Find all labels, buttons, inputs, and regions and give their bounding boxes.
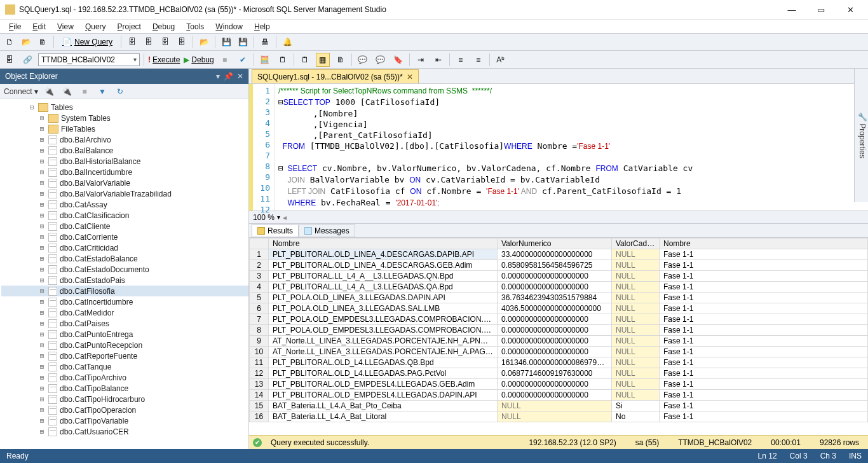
tree-item[interactable]: ⊞dbo.CatAssay xyxy=(1,199,248,210)
window-buttons: — ▭ ✕ xyxy=(783,5,863,15)
tree-item[interactable]: ⊞dbo.BalArchivo xyxy=(1,134,248,145)
tree-item[interactable]: ⊞dbo.CatTipoHidrocarburo xyxy=(1,394,248,404)
est-plan-icon[interactable]: 🧮 xyxy=(258,53,272,67)
close-tab-icon[interactable]: ✕ xyxy=(407,73,413,81)
execute-button[interactable]: ! Execute xyxy=(148,55,180,64)
plug-icon[interactable]: 🔌 xyxy=(42,85,56,99)
tree-item[interactable]: ⊞System Tables xyxy=(1,113,248,123)
tab-results[interactable]: Results xyxy=(252,225,299,237)
tree-item[interactable]: ⊞dbo.CatEstadoBalance xyxy=(1,253,248,264)
filter-icon[interactable]: ▼ xyxy=(95,85,109,99)
status-ln: Ln 12 xyxy=(758,452,777,460)
query-status-bar: ✔ Query executed successfully. 192.168.5… xyxy=(249,435,868,449)
tree-item[interactable]: ⊞FileTables xyxy=(1,123,248,134)
dropdown-icon[interactable]: ▾ xyxy=(216,72,220,81)
tree-item[interactable]: ⊞dbo.CatTipoVariable xyxy=(1,415,248,426)
editor-pane: SQLQuery1.sql - 19...CBalOlV02 (sa (55))… xyxy=(249,69,868,449)
menu-edit[interactable]: Edit xyxy=(27,21,51,32)
menu-debug[interactable]: Debug xyxy=(147,21,180,32)
code-text[interactable]: /****** Script for SelectTopNRows comman… xyxy=(275,84,868,211)
menu-tools[interactable]: Tools xyxy=(181,21,209,32)
debug-button[interactable]: ▶ Debug xyxy=(184,55,214,64)
to-grid-icon[interactable]: ▦ xyxy=(316,53,330,67)
tab-sqlquery1[interactable]: SQLQuery1.sql - 19...CBalOlV02 (sa (55))… xyxy=(252,69,419,83)
stop-icon[interactable]: ■ xyxy=(218,53,232,67)
tree-item[interactable]: ⊞dbo.CatTipoArchivo xyxy=(1,372,248,383)
tree-item[interactable]: ⊞dbo.CatPaises xyxy=(1,318,248,329)
tree-item[interactable]: ⊞dbo.CatPuntoRecepcion xyxy=(1,340,248,350)
tree-item[interactable]: ⊞dbo.CatCorriente xyxy=(1,232,248,242)
menu-window[interactable]: Window xyxy=(210,21,248,32)
stop2-icon[interactable]: ■ xyxy=(78,85,92,99)
tree-item[interactable]: ⊞dbo.BalBalance xyxy=(1,145,248,156)
open-file-icon[interactable]: 📂 xyxy=(197,35,211,49)
add-file-icon[interactable]: 🗎 xyxy=(36,35,50,49)
activity-icon[interactable]: 🔔 xyxy=(280,35,294,49)
menu-view[interactable]: View xyxy=(52,21,79,32)
tree-item[interactable]: ⊞dbo.CatUsuarioCER xyxy=(1,426,248,437)
results-grid[interactable]: NombreValorNumericoValorCade...Nombre1PL… xyxy=(249,238,868,435)
bookmark-icon[interactable]: 🔖 xyxy=(391,53,405,67)
menu-query[interactable]: Query xyxy=(80,21,111,32)
tree-item[interactable]: ⊞dbo.BalHistorialBalance xyxy=(1,156,248,167)
disconnect-icon[interactable]: 🔌 xyxy=(60,85,74,99)
parse-icon[interactable]: ✔ xyxy=(236,53,250,67)
case-icon[interactable]: Aᵇ xyxy=(494,53,508,67)
indent-icon[interactable]: ⇥ xyxy=(414,53,428,67)
tree-item[interactable]: ⊞dbo.CatReporteFuente xyxy=(1,350,248,361)
outdent-icon[interactable]: ⇤ xyxy=(431,53,445,67)
print-icon[interactable]: 🖶 xyxy=(258,35,272,49)
tree-item[interactable]: ⊞dbo.CatMedidor xyxy=(1,307,248,318)
tree-item[interactable]: ⊞dbo.CatCliente xyxy=(1,221,248,232)
object-tree[interactable]: ⊟Tables⊞System Tables⊞FileTables⊞dbo.Bal… xyxy=(0,99,248,449)
tree-item[interactable]: ⊞dbo.CatEstadoPais xyxy=(1,275,248,286)
minimize-button[interactable]: — xyxy=(783,5,801,15)
tree-item[interactable]: ⊞dbo.CatTipoOperacion xyxy=(1,404,248,415)
to-file-icon[interactable]: 🗎 xyxy=(334,53,348,67)
properties-pane-tab[interactable]: 🔧 Properties xyxy=(854,69,868,202)
tree-item[interactable]: ⊞dbo.CatIncertidumbre xyxy=(1,296,248,307)
connect-button[interactable]: Connect ▾ xyxy=(4,87,38,96)
menu-project[interactable]: Project xyxy=(112,21,146,32)
database-combo[interactable]: TTMDB_HCBalOlV02 ▾ xyxy=(38,53,140,66)
tree-item[interactable]: ⊞dbo.CatClasificacion xyxy=(1,210,248,221)
tree-item[interactable]: ⊟Tables xyxy=(1,102,248,113)
specify2-icon[interactable]: ≡ xyxy=(471,53,485,67)
open-icon[interactable]: 📂 xyxy=(19,35,33,49)
db4-icon[interactable]: 🗄 xyxy=(175,35,189,49)
comment-icon[interactable]: 💬 xyxy=(356,53,370,67)
code-editor[interactable]: 123456789101112 /****** Script for Selec… xyxy=(249,84,868,211)
tree-item[interactable]: ⊞dbo.CatPuntoEntrega xyxy=(1,329,248,340)
tree-item[interactable]: ⊞dbo.BalValorVariable xyxy=(1,177,248,188)
tree-item[interactable]: ⊞dbo.CatTanque xyxy=(1,361,248,372)
line-gutter: 123456789101112 xyxy=(253,84,275,211)
tree-item[interactable]: ⊞dbo.BalValorVariableTrazabilidad xyxy=(1,188,248,199)
close-pane-icon[interactable]: ✕ xyxy=(237,72,243,81)
new-project-icon[interactable]: 🗋 xyxy=(3,35,17,49)
tree-item[interactable]: ⊞dbo.CatFilosofia xyxy=(1,286,248,296)
maximize-button[interactable]: ▭ xyxy=(812,5,830,15)
tab-messages[interactable]: Messages xyxy=(299,225,355,237)
tree-item[interactable]: ⊞dbo.CatCriticidad xyxy=(1,242,248,253)
zoom-caret-icon[interactable]: ▾ xyxy=(277,214,280,221)
use-db-icon[interactable]: 🗄 xyxy=(3,53,17,67)
menu-file[interactable]: File xyxy=(4,21,26,32)
to-text-icon[interactable]: 🗒 xyxy=(298,53,312,67)
opts-icon[interactable]: 🗒 xyxy=(276,53,290,67)
uncomment-icon[interactable]: 💬 xyxy=(374,53,388,67)
db2-icon[interactable]: 🗄 xyxy=(142,35,156,49)
pin-icon[interactable]: 📌 xyxy=(224,72,233,81)
specify-icon[interactable]: ≡ xyxy=(454,53,468,67)
tree-item[interactable]: ⊞dbo.BalIncertidumbre xyxy=(1,167,248,177)
tree-item[interactable]: ⊞dbo.CatEstadoDocumento xyxy=(1,264,248,275)
tree-item[interactable]: ⊞dbo.CatTipoBalance xyxy=(1,383,248,394)
save-all-icon[interactable]: 💾 xyxy=(236,35,250,49)
menu-help[interactable]: Help xyxy=(249,21,275,32)
close-button[interactable]: ✕ xyxy=(841,5,859,15)
new-query-button[interactable]: 📄 New Query xyxy=(58,35,117,49)
db-icon[interactable]: 🗄 xyxy=(125,35,139,49)
refresh-icon[interactable]: ↻ xyxy=(113,85,127,99)
change-conn-icon[interactable]: 🔗 xyxy=(20,53,34,67)
save-icon[interactable]: 💾 xyxy=(219,35,233,49)
db3-icon[interactable]: 🗄 xyxy=(158,35,172,49)
